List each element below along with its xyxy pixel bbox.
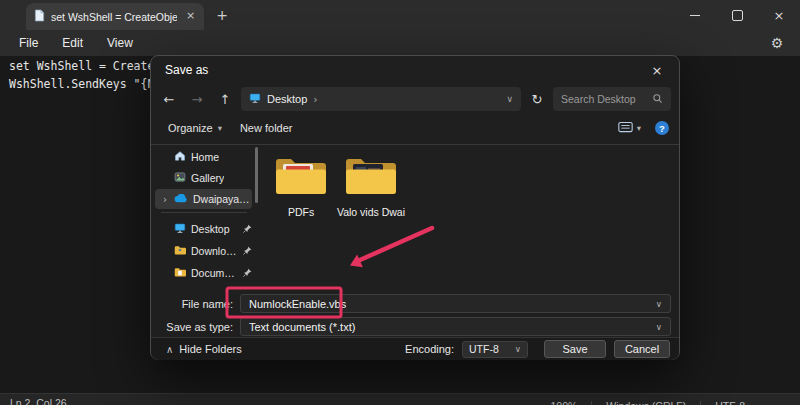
save-type-select[interactable]: Text documents (*.txt) ∨ [240,317,671,336]
search-icon [652,93,663,106]
back-button[interactable]: ← [157,87,181,111]
search-input[interactable]: Search Desktop [553,87,671,111]
gallery-icon [174,171,186,185]
titlebar: set WshShell = CreateObject(WScri × + × [0,0,800,30]
desktop-icon [249,93,261,106]
save-button[interactable]: Save [544,340,606,358]
cancel-button[interactable]: Cancel [614,340,670,358]
status-line-ending[interactable]: Windows (CRLF) [606,400,686,405]
tab-close-icon[interactable]: × [183,9,198,24]
sidebar-item-downloads[interactable]: Downloads [155,241,252,261]
save-type-label: Save as type: [151,321,240,333]
sidebar-item-label: Desktop [191,223,230,235]
tab-title: set WshShell = CreateObject(WScri [51,11,177,23]
save-type-row: Save as type: Text documents (*.txt) ∨ [151,317,671,336]
sidebar-item-label: Gallery [191,172,224,184]
file-name-value: NumlockEnable.vbs [249,298,346,310]
status-zoom[interactable]: 100% [550,400,577,405]
new-tab-button[interactable]: + [212,6,232,26]
new-folder-label: New folder [240,122,293,134]
sidebar-item-home[interactable]: Home [155,147,252,167]
status-separator [591,401,592,405]
window-controls: × [674,0,800,30]
sidebar-item-label: Documents [191,267,237,279]
close-window-button[interactable]: × [758,0,800,30]
organize-caret-icon: ▾ [218,123,222,133]
minimize-icon [690,15,700,16]
sidebar-divider [161,212,247,213]
menu-view[interactable]: View [96,33,144,53]
breadcrumb-location[interactable]: Desktop [267,93,307,105]
downloads-folder-icon [174,245,186,257]
maximize-icon [732,10,743,21]
chevron-up-icon: ∧ [166,344,173,355]
menu-file[interactable]: File [8,33,49,53]
organize-button[interactable]: Organize ▾ [159,119,231,137]
settings-gear-icon[interactable]: ⚙ [766,33,788,53]
status-encoding[interactable]: UTF-8 [715,400,745,405]
sidebar-item-label: Downloads [191,245,237,257]
address-dropdown-icon[interactable]: ∨ [506,94,513,104]
dialog-title: Save as [165,56,208,84]
document-icon [34,8,45,26]
folder-name: Valo vids Dwai [337,206,405,218]
encoding-dropdown-icon: ∨ [515,344,521,354]
minimize-button[interactable] [674,0,716,30]
new-folder-button[interactable]: New folder [231,119,302,137]
up-button[interactable]: ↑ [213,87,237,111]
hide-folders-label: Hide Folders [179,343,241,355]
encoding-value: UTF-8 [469,343,511,355]
sidebar-scrollbar[interactable] [255,147,258,203]
file-name-input[interactable]: NumlockEnable.vbs ∨ [240,294,671,313]
documents-folder-icon [174,267,186,279]
folder-tile-valo-vids[interactable]: Valo vids Dwai [337,155,405,218]
sidebar-item-documents[interactable]: Documents [155,263,252,283]
navigation-pane: Home Gallery › Dwaipayan - Per [151,145,259,289]
address-bar[interactable]: Desktop › ∨ [241,87,521,111]
folder-icon [344,155,398,201]
view-options-caret-icon: ▾ [637,123,641,133]
expand-chevron-icon[interactable]: › [161,194,169,205]
folder-tile-pdfs[interactable]: PDFs [267,155,335,218]
file-name-dropdown-icon[interactable]: ∨ [656,299,662,309]
dialog-navbar: ← → ↑ Desktop › ∨ ↻ Search Desktop [157,87,671,111]
dialog-footer: ∧ Hide Folders Encoding: UTF-8 ∨ Save Ca… [151,337,679,360]
sidebar-item-label: Dwaipayan - Per [193,193,252,205]
forward-button[interactable]: → [185,87,209,111]
file-name-row: File name: NumlockEnable.vbs ∨ [151,294,671,313]
organize-label: Organize [168,122,213,134]
menubar: File Edit View [0,30,800,56]
file-name-label: File name: [151,298,240,310]
breadcrumb-chevron-icon[interactable]: › [313,93,317,106]
status-separator [700,401,701,405]
sidebar-item-desktop[interactable]: Desktop [155,219,252,239]
menu-edit[interactable]: Edit [51,33,94,53]
home-icon [174,150,186,164]
dialog-close-button[interactable]: × [635,56,679,84]
save-type-value: Text documents (*.txt) [249,321,355,333]
pin-icon [242,268,252,278]
search-placeholder: Search Desktop [561,93,646,105]
save-as-dialog: Save as × ← → ↑ Desktop › ∨ ↻ Search Des… [150,55,680,360]
sidebar-item-gallery[interactable]: Gallery [155,168,252,188]
desktop-folder-icon [174,223,186,236]
view-options-button[interactable]: ▾ [614,118,645,138]
save-type-dropdown-icon[interactable]: ∨ [656,322,662,332]
status-bar: Ln 2, Col 26 100% Windows (CRLF) UTF-8 [0,393,800,405]
hide-folders-button[interactable]: ∧ Hide Folders [160,341,248,357]
sidebar-item-onedrive[interactable]: › Dwaipayan - Per [155,189,252,209]
file-list[interactable]: PDFs Valo vids Dwai [259,145,678,289]
sidebar-item-label: Home [191,151,219,163]
onedrive-icon [174,193,188,205]
refresh-button[interactable]: ↻ [525,87,549,111]
help-icon[interactable]: ? [655,121,669,135]
notepad-window: set WshShell = CreateObject(WScri × + × … [0,0,800,405]
pin-icon [242,246,252,256]
document-tab[interactable]: set WshShell = CreateObject(WScri × [26,3,204,30]
folder-name: PDFs [288,206,314,218]
maximize-button[interactable] [716,0,758,30]
status-line-col: Ln 2, Col 26 [10,397,550,405]
encoding-select[interactable]: UTF-8 ∨ [462,341,528,358]
pin-icon [242,224,252,234]
folder-icon [274,155,328,201]
